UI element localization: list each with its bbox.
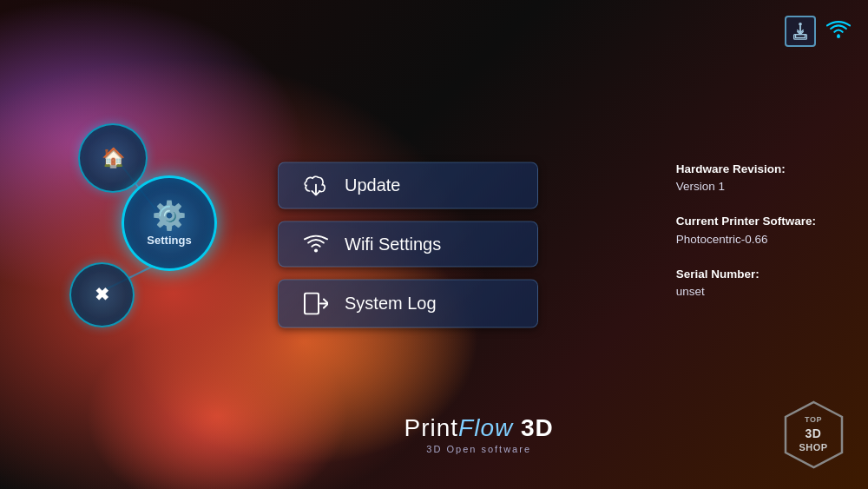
software-value: Photocentric-0.66: [676, 232, 768, 245]
brand-3d: 3D: [513, 414, 554, 441]
svg-point-9: [314, 248, 318, 252]
wifi-signal-icon: [826, 20, 851, 39]
watermark-top: TOP: [799, 415, 827, 426]
wifi-settings-label: Wifi Settings: [345, 234, 441, 254]
software-label: Current Printer Software:: [676, 215, 816, 228]
hex-logo: TOP 3D SHOP: [777, 398, 851, 472]
svg-point-1: [799, 23, 802, 26]
brand-subtitle: 3D Open software: [404, 444, 554, 454]
serial-info: Serial Number: unset: [676, 266, 816, 301]
svg-rect-10: [305, 293, 319, 314]
update-button[interactable]: Update: [278, 162, 538, 208]
brand-print: Print: [404, 414, 459, 441]
watermark-mid: 3D: [799, 426, 827, 441]
system-log-label: System Log: [345, 294, 437, 314]
settings-label: Settings: [147, 234, 191, 247]
settings-button[interactable]: ⚙️ Settings: [122, 175, 217, 271]
system-log-button[interactable]: System Log: [278, 279, 538, 327]
menu-buttons: Update Wifi Settings System Log: [278, 162, 538, 327]
status-icons: [785, 16, 851, 47]
gear-icon: ⚙️: [152, 199, 187, 232]
brand-flow: Flow: [458, 414, 513, 441]
serial-label: Serial Number:: [676, 268, 760, 281]
cloud-download-icon: [303, 175, 329, 195]
home-icon: 🏠: [102, 147, 125, 169]
brand-name: PrintFlow 3D: [404, 414, 554, 442]
hardware-revision-info: Hardware Revision: Version 1: [676, 160, 816, 195]
wifi-status-icon: [826, 17, 851, 45]
wrench-button[interactable]: ✖: [69, 262, 135, 327]
software-info: Current Printer Software: Photocentric-0…: [676, 213, 816, 248]
hardware-label: Hardware Revision:: [676, 162, 786, 175]
sign-in-icon: [303, 292, 329, 314]
branding-area: PrintFlow 3D 3D Open software: [404, 414, 554, 454]
update-label: Update: [345, 175, 401, 195]
home-button[interactable]: 🏠: [78, 123, 148, 193]
watermark-bot: SHOP: [799, 441, 827, 453]
svg-point-5: [837, 35, 840, 38]
wifi-icon: [303, 235, 329, 254]
hardware-value: Version 1: [676, 180, 725, 193]
top3d-shop-watermark: TOP 3D SHOP: [774, 395, 852, 473]
wrench-icon: ✖: [95, 284, 109, 305]
usb-symbol: [791, 22, 810, 41]
info-panel: Hardware Revision: Version 1 Current Pri…: [676, 160, 816, 301]
serial-value: unset: [676, 285, 705, 298]
nav-circles: 🏠 ⚙️ Settings ✖: [52, 123, 243, 367]
watermark-text: TOP 3D SHOP: [799, 415, 827, 453]
wifi-settings-button[interactable]: Wifi Settings: [278, 221, 538, 267]
usb-icon: [785, 16, 816, 47]
